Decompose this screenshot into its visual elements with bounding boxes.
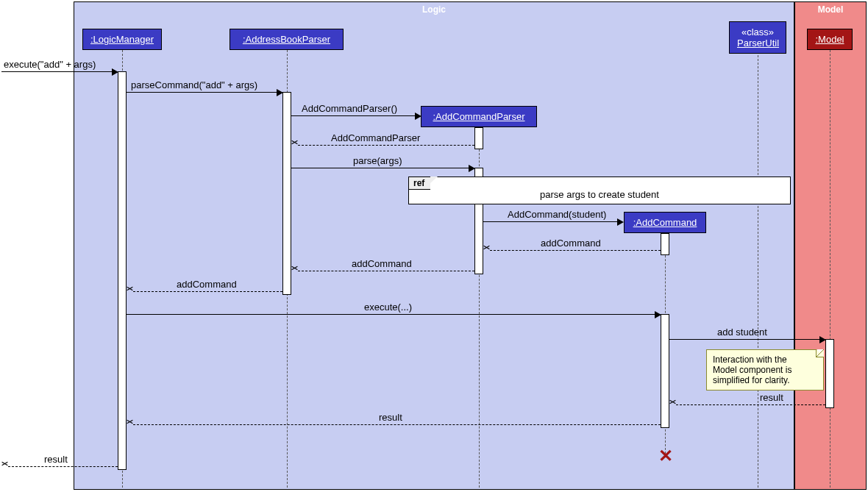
activation-add-command-2 xyxy=(661,314,669,428)
msg-result-2: result xyxy=(379,412,402,423)
lifeline-parser-util xyxy=(758,51,758,488)
participant-address-book-parser: :AddressBookParser xyxy=(230,29,344,50)
participant-logic-manager: :LogicManager xyxy=(82,29,162,50)
activation-add-command-1 xyxy=(661,233,669,255)
destroy-add-command: ✕ xyxy=(658,446,673,466)
activation-logic-manager xyxy=(118,71,127,470)
ref-text: parse args to create student xyxy=(409,177,790,200)
note-line1: Interaction with the xyxy=(713,354,817,365)
participant-add-command: :AddCommand xyxy=(624,212,706,233)
ref-fragment: ref parse args to create student xyxy=(408,177,791,204)
msg-add-student: add student xyxy=(717,327,767,338)
activation-address-book-parser xyxy=(282,92,291,295)
frame-model-label: Model xyxy=(818,4,844,15)
msg-return-add-command-2: addCommand xyxy=(352,258,412,269)
msg-return-add-command-parser: AddCommandParser xyxy=(331,132,420,143)
ref-label: ref xyxy=(408,177,430,190)
msg-new-add-command-parser: AddCommandParser() xyxy=(302,103,397,114)
msg-return-add-command-1: addCommand xyxy=(541,238,601,249)
msg-new-add-command: AddCommand(student) xyxy=(508,209,606,220)
msg-execute-add-args: execute("add" + args) xyxy=(4,59,96,70)
frame-logic: Logic xyxy=(74,1,794,490)
note-line3: simplified for clarity. xyxy=(713,375,817,385)
participant-parser-util: «class» ParserUtil xyxy=(729,21,786,54)
msg-result-1: result xyxy=(760,392,783,403)
frame-logic-label: Logic xyxy=(422,4,446,15)
parser-util-stereo: «class» xyxy=(737,26,778,38)
note-simplified: Interaction with the Model component is … xyxy=(706,349,824,391)
activation-model xyxy=(825,339,834,408)
msg-parse-command: parseCommand("add" + args) xyxy=(131,79,257,90)
participant-add-command-parser: :AddCommandParser xyxy=(421,106,537,127)
lifeline-model xyxy=(830,50,830,488)
msg-execute: execute(...) xyxy=(364,302,412,313)
msg-parse-args: parse(args) xyxy=(353,155,402,166)
msg-return-add-command-3: addCommand xyxy=(177,279,237,290)
msg-result-out: result xyxy=(44,454,68,465)
activation-add-command-parser-1 xyxy=(474,127,483,149)
note-line2: Model component is xyxy=(713,365,817,375)
parser-util-name: ParserUtil xyxy=(737,38,778,49)
frame-model: Model xyxy=(794,1,867,490)
participant-model: :Model xyxy=(807,29,853,50)
